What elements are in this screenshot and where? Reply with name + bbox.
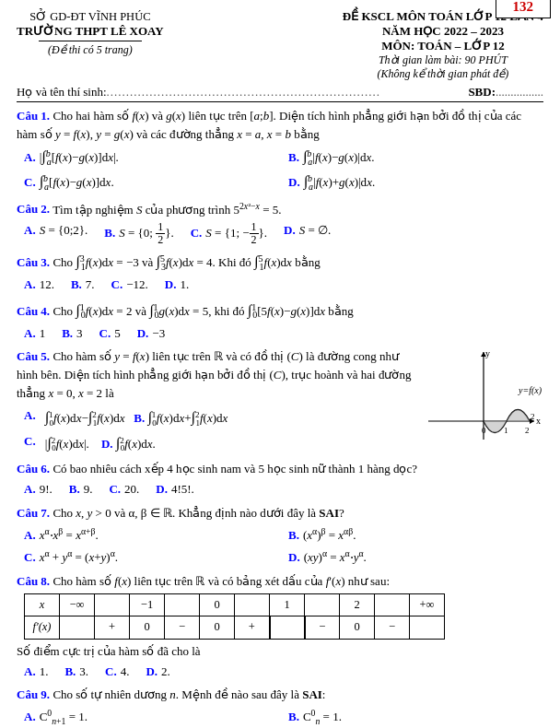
q2-answer-a: A. S = {0;2}. xyxy=(24,221,88,246)
q7-answers: A. xα⋅xβ = xα+β. B. (xα)β = xαβ. C. xα +… xyxy=(24,524,543,568)
svg-text:y=f(x): y=f(x) xyxy=(518,385,542,396)
q8-after: Số điểm cực trị của hàm số đã cho là xyxy=(17,642,543,661)
question-3: Câu 3. Cho ∫31f(x)dx = −3 và ∫53f(x)dx =… xyxy=(17,251,543,294)
header-left: SỞ GD-ĐT VĨNH PHÚC TRƯỜNG THPT LÊ XOAY (… xyxy=(17,9,164,57)
q5-text: Cho hàm số y = f(x) liên tục trên ℝ và c… xyxy=(17,349,411,400)
q4-answer-a: A. 1 xyxy=(24,324,45,343)
q8-text: Cho hàm số f(x) liên tục trên ℝ và có bả… xyxy=(52,574,390,588)
q6-answer-c: C. 20. xyxy=(109,480,139,499)
question-7: Câu 7. Cho x, y > 0 và α, β ∈ ℝ. Khẳng đ… xyxy=(17,504,543,568)
sbd-dots: ................ xyxy=(496,85,543,100)
q6-answers: A. 9!. B. 9. C. 20. D. 4!5!. xyxy=(24,480,543,499)
q1-answer-a: A. |∫ba[f(x)−g(x)]dx|. xyxy=(24,146,279,169)
q1-answer-d: D. ∫ba|f(x)+g(x)|dx. xyxy=(288,170,543,194)
q1-answer-c: C. ∫ba[f(x)−g(x)]dx. xyxy=(24,170,279,194)
time-note-label: (Không kể thời gian phát đề) xyxy=(343,67,543,81)
q3-answer-d: D. 1. xyxy=(165,276,189,294)
student-name-dots: ........................................… xyxy=(107,85,461,100)
q8-title: Câu 8. xyxy=(17,574,50,588)
q7-title: Câu 7. xyxy=(17,506,50,520)
q2-title: Câu 2. xyxy=(17,203,50,217)
q6-answer-d: D. 4!5!. xyxy=(156,480,194,499)
q9-answer-a: A. C0n+1 = 1. xyxy=(24,706,279,728)
header-right: ĐỀ KSCL MÔN TOÁN LỚP 12 LẦN 4 NĂM HỌC 20… xyxy=(343,9,543,81)
question-2: Câu 2. Tìm tập nghiệm S của phương trình… xyxy=(17,198,543,246)
q5-title: Câu 5. xyxy=(17,349,50,363)
q2-answer-c: C. S = {1; −12}. xyxy=(191,221,267,246)
q2-text: Tìm tập nghiệm S của phương trình 52x²−x… xyxy=(52,203,281,217)
q3-answer-a: A. 12. xyxy=(24,276,54,294)
q8-answer-a: A. 1. xyxy=(24,663,48,681)
q9-text: Cho số tự nhiên dương n. Mệnh đề nào sau… xyxy=(52,687,325,701)
dept-label: SỞ GD-ĐT VĨNH PHÚC xyxy=(17,9,164,24)
q9-answer-b: B. C0n = 1. xyxy=(288,706,543,728)
question-9: Câu 9. Cho số tự nhiên dương n. Mệnh đề … xyxy=(17,686,543,728)
school-label: TRƯỜNG THPT LÊ XOAY xyxy=(17,24,164,39)
svg-text:2: 2 xyxy=(525,426,530,435)
q3-answer-c: C. −12. xyxy=(111,276,148,294)
q7-answer-a: A. xα⋅xβ = xα+β. xyxy=(24,524,279,545)
header: SỞ GD-ĐT VĨNH PHÚC TRƯỜNG THPT LÊ XOAY (… xyxy=(17,9,543,81)
q7-answer-c: C. xα + yα = (x+y)α. xyxy=(24,546,279,567)
q4-title: Câu 4. xyxy=(17,304,50,318)
q3-answer-b: B. 7. xyxy=(71,276,95,294)
q9-title: Câu 9. xyxy=(17,687,50,701)
q1-answer-b: B. ∫ba|f(x)−g(x)|dx. xyxy=(288,146,543,169)
time-label: Thời gian làm bài: 90 PHÚT xyxy=(343,53,543,67)
q4-answer-c: C. 5 xyxy=(99,324,121,343)
svg-text:x: x xyxy=(536,416,541,426)
year-label: NĂM HỌC 2022 – 2023 xyxy=(343,24,543,39)
ma-de-box: Mã đề thi 132 xyxy=(496,0,551,18)
ma-de-number: 132 xyxy=(503,0,543,15)
q4-answers: A. 1 B. 3 C. 5 D. −3 xyxy=(24,324,543,343)
q4-text: Cho ∫10f(x)dx = 2 và ∫10g(x)dx = 5, khi … xyxy=(52,304,353,318)
subject-label: MÔN: TOÁN – LỚP 12 xyxy=(343,39,543,53)
q5-graph: x y 0 1 2 y=f(x) 2 xyxy=(419,347,543,444)
svg-text:0: 0 xyxy=(482,426,486,435)
q4-answer-d: D. −3 xyxy=(137,324,165,343)
q8-answer-c: C. 4. xyxy=(105,663,129,681)
q6-text: Có bao nhiêu cách xếp 4 học sinh nam và … xyxy=(52,462,417,476)
question-8: Câu 8. Cho hàm số f(x) liên tục trên ℝ v… xyxy=(17,572,543,681)
svg-text:2: 2 xyxy=(531,412,535,421)
student-line: Họ và tên thí sinh: ....................… xyxy=(17,85,543,102)
q8-answers: A. 1. B. 3. C. 4. D. 2. xyxy=(24,663,543,681)
note-label: (Đề thi có 5 trang) xyxy=(17,43,164,57)
q9-answers: A. C0n+1 = 1. B. C0n = 1. C. C1n = n. D.… xyxy=(24,706,543,728)
question-5: x y 0 1 2 y=f(x) 2 Câu 5. Cho hàm số y =… xyxy=(17,347,543,455)
question-1: Câu 1. Cho hai hàm số f(x) và g(x) liên … xyxy=(17,107,543,194)
q4-answer-b: B. 3 xyxy=(62,324,82,343)
q1-title: Câu 1. xyxy=(17,109,50,123)
q3-answers: A. 12. B. 7. C. −12. D. 1. xyxy=(24,276,543,294)
q6-answer-b: B. 9. xyxy=(69,480,93,499)
q7-answer-d: D. (xy)α = xα⋅yα. xyxy=(288,546,543,567)
question-6: Câu 6. Có bao nhiêu cách xếp 4 học sinh … xyxy=(17,460,543,499)
question-4: Câu 4. Cho ∫10f(x)dx = 2 và ∫10g(x)dx = … xyxy=(17,299,543,343)
q6-title: Câu 6. xyxy=(17,462,50,476)
q7-answer-b: B. (xα)β = xαβ. xyxy=(288,524,543,545)
svg-text:y: y xyxy=(485,348,490,358)
q1-answers: A. |∫ba[f(x)−g(x)]dx|. B. ∫ba|f(x)−g(x)|… xyxy=(24,146,543,194)
q8-answer-b: B. 3. xyxy=(64,663,88,681)
q1-text: Cho hai hàm số f(x) và g(x) liên tục trê… xyxy=(17,109,521,141)
svg-text:1: 1 xyxy=(504,426,508,435)
q5-graph-svg: x y 0 1 2 y=f(x) 2 xyxy=(419,347,543,444)
q3-text: Cho ∫31f(x)dx = −3 và ∫53f(x)dx = 4. Khi… xyxy=(52,255,320,269)
q8-answer-d: D. 2. xyxy=(146,663,169,681)
sign-table: x −∞ −1 0 1 2 +∞ f′(x) + 0 − 0 + − 0 − xyxy=(24,593,445,640)
q2-answers: A. S = {0;2}. B. S = {0; 12}. C. S = {1;… xyxy=(24,221,543,246)
student-name-label: Họ và tên thí sinh: xyxy=(17,85,107,100)
q3-title: Câu 3. xyxy=(17,255,50,269)
q7-text: Cho x, y > 0 và α, β ∈ ℝ. Khẳng định nào… xyxy=(52,506,344,520)
divider-line xyxy=(39,41,142,41)
sbd-label: SBD: xyxy=(468,85,496,100)
q6-answer-a: A. 9!. xyxy=(24,480,52,499)
q2-answer-b: B. S = {0; 12}. xyxy=(104,221,173,246)
q2-answer-d: D. S = ∅. xyxy=(284,221,331,246)
